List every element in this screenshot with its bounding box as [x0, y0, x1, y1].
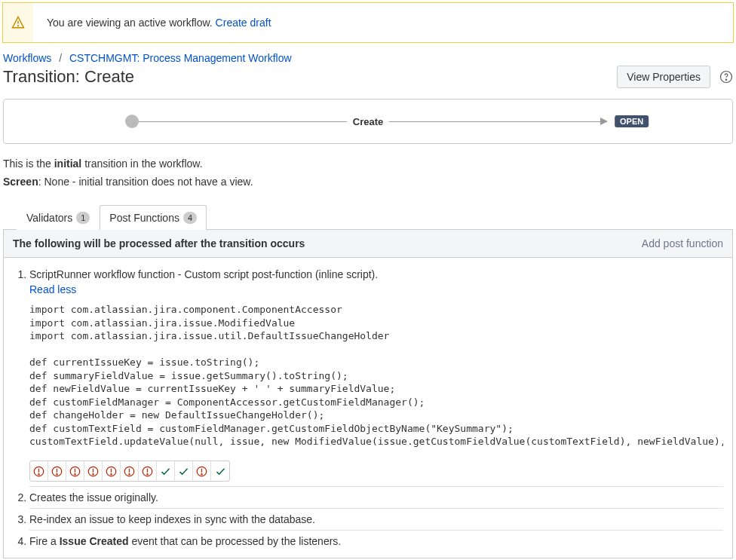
initial-transition-note: This is the initial transition in the wo… [3, 158, 733, 170]
svg-point-3 [725, 79, 726, 80]
tab-post-functions[interactable]: Post Functions 4 [100, 205, 207, 230]
breadcrumb-workflows[interactable]: Workflows [3, 52, 51, 64]
svg-point-15 [93, 473, 94, 474]
error-icon[interactable] [121, 461, 139, 481]
post-functions-panel: The following will be processed after th… [3, 230, 733, 558]
status-icon-row [29, 461, 230, 482]
error-icon[interactable] [30, 461, 48, 481]
help-icon[interactable] [719, 70, 733, 84]
error-icon[interactable] [66, 461, 84, 481]
page-title: Transition: Create [3, 67, 134, 87]
error-icon[interactable] [139, 461, 157, 481]
check-icon[interactable] [211, 461, 229, 481]
panel-title: The following will be processed after th… [13, 237, 305, 249]
svg-point-21 [129, 473, 130, 474]
script-code: import com.atlassian.jira.component.Comp… [29, 303, 723, 448]
svg-point-6 [38, 473, 39, 474]
error-icon[interactable] [193, 461, 211, 481]
warning-icon [3, 3, 33, 42]
active-workflow-notice: You are viewing an active workflow. Crea… [2, 2, 734, 43]
svg-point-12 [75, 473, 75, 474]
tab-validators[interactable]: Validators 1 [17, 205, 100, 230]
post-function-item-1: ScriptRunner workflow function - Custom … [29, 264, 723, 486]
transition-diagram: Create OPEN [3, 99, 733, 144]
tabs: Validators 1 Post Functions 4 [3, 204, 733, 230]
diagram-transition-label: Create [347, 116, 389, 127]
check-icon[interactable] [175, 461, 193, 481]
error-icon[interactable] [84, 461, 103, 481]
diagram-start-node [125, 115, 139, 128]
post-function-1-desc: ScriptRunner workflow function - Custom … [29, 268, 378, 280]
post-function-item-3: Re-index an issue to keep indexes in syn… [29, 508, 723, 530]
add-post-function-link[interactable]: Add post function [642, 237, 723, 249]
tab-post-functions-label: Post Functions [109, 212, 179, 224]
post-function-item-4: Fire a Issue Created event that can be p… [29, 530, 723, 552]
diagram-status-badge: OPEN [615, 115, 649, 127]
svg-point-27 [201, 473, 202, 474]
svg-point-24 [147, 473, 148, 474]
diagram-arrow-icon [600, 118, 608, 125]
screen-label: Screen [3, 176, 38, 188]
tab-validators-label: Validators [26, 212, 72, 224]
create-draft-link[interactable]: Create draft [216, 17, 271, 29]
breadcrumb-workflow-name[interactable]: CSTCHMGMT: Process Management Workflow [69, 52, 292, 64]
breadcrumb-sep: / [59, 52, 62, 64]
tab-validators-count: 1 [76, 212, 90, 224]
svg-point-18 [111, 473, 112, 474]
check-icon[interactable] [157, 461, 175, 481]
view-properties-button[interactable]: View Properties [617, 66, 710, 88]
read-less-link[interactable]: Read less [29, 283, 723, 295]
post-function-item-2: Creates the issue originally. [29, 486, 723, 508]
error-icon[interactable] [103, 461, 121, 481]
svg-point-1 [18, 26, 19, 26]
screen-info: Screen: None - initial transition does n… [3, 176, 733, 188]
svg-point-9 [57, 473, 57, 474]
error-icon[interactable] [48, 461, 66, 481]
notice-text: You are viewing an active workflow. [47, 17, 216, 29]
tab-post-functions-count: 4 [183, 212, 197, 224]
breadcrumb: Workflows / CSTCHMGMT: Process Managemen… [3, 52, 733, 64]
